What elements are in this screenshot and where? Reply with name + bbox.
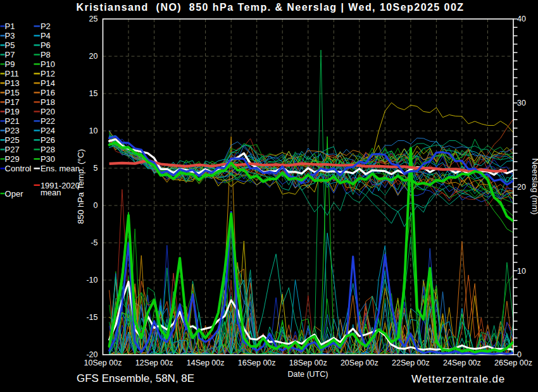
svg-text:Control: Control [5, 164, 32, 173]
svg-text:P6: P6 [41, 40, 51, 50]
svg-text:-15: -15 [86, 313, 97, 322]
svg-text:20: 20 [89, 52, 98, 61]
svg-text:P24: P24 [41, 126, 55, 135]
svg-text:P4: P4 [41, 31, 51, 40]
svg-text:P30: P30 [41, 154, 55, 164]
svg-text:18Sep 00z: 18Sep 00z [289, 358, 327, 367]
svg-text:20: 20 [517, 183, 526, 192]
svg-text:Oper: Oper [5, 189, 24, 199]
svg-text:10Sep 00z: 10Sep 00z [84, 358, 122, 367]
svg-text:20Sep 00z: 20Sep 00z [341, 358, 378, 367]
svg-text:14Sep 00z: 14Sep 00z [187, 358, 225, 367]
svg-text:mean: mean [41, 188, 61, 197]
svg-text:P25: P25 [5, 135, 20, 145]
svg-text:P18: P18 [41, 97, 55, 107]
svg-text:P22: P22 [41, 116, 55, 126]
svg-text:P15: P15 [5, 88, 20, 97]
svg-text:-5: -5 [91, 238, 97, 247]
svg-text:P19: P19 [5, 107, 20, 116]
svg-text:GFS Ensemble, 58N, 8E: GFS Ensemble, 58N, 8E [77, 372, 194, 384]
svg-text:P3: P3 [5, 31, 15, 40]
svg-text:30: 30 [517, 99, 526, 107]
svg-text:P5: P5 [5, 40, 15, 50]
svg-text:P16: P16 [41, 88, 55, 97]
svg-text:40: 40 [517, 15, 526, 23]
svg-text:P29: P29 [5, 154, 20, 164]
svg-text:0: 0 [94, 201, 98, 210]
svg-text:P23: P23 [5, 126, 20, 135]
svg-text:Kristiansand (NO) 850 hPa Te: Kristiansand (NO) 850 hPa Temp. & Neersl… [77, 2, 465, 13]
svg-text:Date (UTC): Date (UTC) [288, 370, 328, 379]
svg-text:P12: P12 [41, 69, 55, 78]
svg-text:Neerslag (mm): Neerslag (mm) [530, 158, 538, 214]
svg-text:P20: P20 [41, 107, 55, 116]
svg-text:10: 10 [517, 267, 526, 276]
svg-text:P27: P27 [5, 145, 20, 154]
svg-text:24Sep 00z: 24Sep 00z [443, 358, 481, 367]
svg-text:P14: P14 [41, 78, 55, 88]
svg-text:15: 15 [89, 89, 98, 98]
svg-text:22Sep 00z: 22Sep 00z [392, 358, 430, 367]
svg-text:P28: P28 [41, 145, 55, 154]
svg-text:16Sep 00z: 16Sep 00z [238, 358, 276, 367]
svg-text:P7: P7 [5, 50, 15, 59]
svg-text:P17: P17 [5, 97, 20, 107]
svg-text:26Sep 00z: 26Sep 00z [494, 358, 532, 367]
svg-text:P21: P21 [5, 116, 20, 126]
svg-text:-10: -10 [86, 276, 97, 285]
svg-text:P26: P26 [41, 135, 55, 145]
svg-text:12Sep 00z: 12Sep 00z [135, 358, 173, 367]
svg-text:P1: P1 [5, 21, 15, 31]
svg-text:10: 10 [89, 126, 98, 135]
svg-text:5: 5 [94, 164, 98, 173]
svg-text:P9: P9 [5, 59, 15, 69]
svg-text:Ens. mean: Ens. mean [41, 164, 80, 173]
svg-text:P2: P2 [41, 21, 51, 31]
svg-text:Wetterzentrale.de: Wetterzentrale.de [411, 373, 505, 385]
svg-text:P11: P11 [5, 69, 19, 78]
svg-text:P13: P13 [5, 78, 20, 88]
svg-text:25: 25 [89, 15, 98, 23]
svg-text:P10: P10 [41, 59, 55, 69]
svg-text:P8: P8 [41, 50, 51, 59]
